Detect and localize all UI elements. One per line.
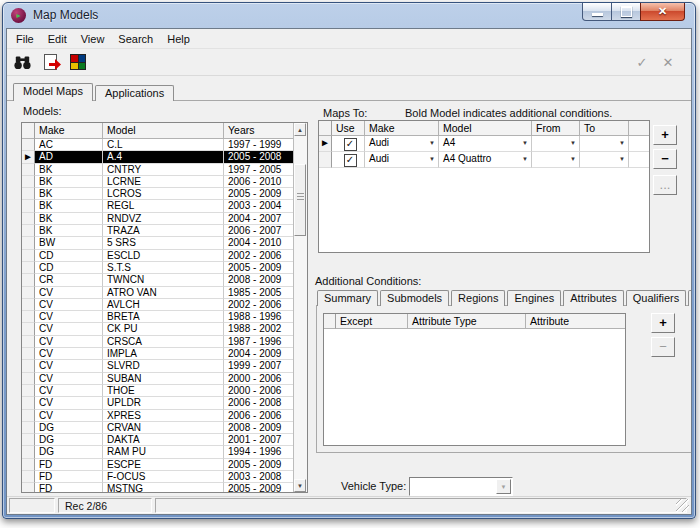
- cell-to-combo[interactable]: ▼: [580, 152, 629, 168]
- table-row[interactable]: ►✓Audi▼A4▼▼▼: [319, 136, 649, 152]
- table-row[interactable]: ►ADA.42005 - 2008: [22, 151, 307, 163]
- table-row[interactable]: CVAVLCH2002 - 2006: [22, 299, 307, 311]
- table-row[interactable]: BKTRAZA2006 - 2007: [22, 225, 307, 237]
- use-checkbox[interactable]: ✓: [344, 154, 357, 167]
- tab-notes[interactable]: Notes: [688, 290, 692, 306]
- vehicle-type-combo[interactable]: ▼: [409, 477, 513, 496]
- column-header-model[interactable]: Model: [439, 121, 532, 136]
- attributes-add-button[interactable]: +: [651, 313, 675, 333]
- column-header-except[interactable]: Except: [336, 314, 408, 329]
- resize-grip[interactable]: [676, 499, 689, 512]
- table-row[interactable]: BKLCRNE2006 - 2010: [22, 176, 307, 188]
- table-row[interactable]: BKCNTRY1997 - 2005: [22, 164, 307, 176]
- table-row[interactable]: DGDAKTA2001 - 2007: [22, 434, 307, 446]
- menu-file[interactable]: File: [9, 31, 41, 47]
- scrollbar-thumb[interactable]: [294, 164, 306, 236]
- use-checkbox[interactable]: ✓: [344, 138, 357, 151]
- table-row[interactable]: CVCRSCA1987 - 1996: [22, 336, 307, 348]
- cell-make: DG: [35, 434, 103, 446]
- column-header-use[interactable]: Use: [332, 121, 365, 136]
- cell-make-combo[interactable]: Audi▼: [365, 152, 439, 168]
- tab-model-maps[interactable]: Model Maps: [13, 83, 93, 101]
- table-row[interactable]: ✓Audi▼A4 Quattro▼▼▼: [319, 152, 649, 168]
- attributes-grid[interactable]: ExceptAttribute TypeAttribute: [323, 313, 626, 446]
- column-header-years[interactable]: Years: [224, 123, 294, 139]
- attributes-remove-button[interactable]: −: [651, 337, 675, 357]
- menu-view[interactable]: View: [74, 31, 112, 47]
- title-bar[interactable]: ▸ Map Models ✕: [3, 3, 695, 28]
- table-row[interactable]: CVCK PU1988 - 2002: [22, 323, 307, 335]
- maximize-button[interactable]: [612, 3, 640, 21]
- tab-qualifiers[interactable]: Qualifiers: [626, 290, 686, 306]
- maps-to-remove-button[interactable]: −: [653, 149, 677, 169]
- close-button[interactable]: ✕: [640, 3, 685, 21]
- table-row[interactable]: CVIMPLA2004 - 2009: [22, 348, 307, 360]
- table-row[interactable]: ACC.L1997 - 1999: [22, 139, 307, 151]
- export-button[interactable]: [40, 52, 60, 72]
- table-row[interactable]: CVTHOE2000 - 2006: [22, 385, 307, 397]
- table-row[interactable]: DGCRVAN2008 - 2009: [22, 422, 307, 434]
- table-row[interactable]: DGRAM PU1994 - 1996: [22, 446, 307, 458]
- table-row[interactable]: BKLCROS2005 - 2009: [22, 188, 307, 200]
- table-row[interactable]: CDESCLD2002 - 2006: [22, 250, 307, 262]
- table-row[interactable]: CVATRO VAN1985 - 2005: [22, 287, 307, 299]
- column-header-attribute-type[interactable]: Attribute Type: [408, 314, 526, 329]
- column-header-from[interactable]: From: [532, 121, 580, 136]
- tab-submodels[interactable]: Submodels: [380, 290, 449, 306]
- find-button[interactable]: [12, 52, 32, 72]
- table-row[interactable]: FDMSTNG2005 - 2009: [22, 483, 307, 493]
- column-header-to[interactable]: To: [580, 121, 629, 136]
- scroll-up-button[interactable]: ▲: [294, 123, 306, 136]
- cell-model-combo[interactable]: A4 Quattro▼: [439, 152, 532, 168]
- tab-applications[interactable]: Applications: [95, 85, 174, 101]
- map-models-button[interactable]: [68, 52, 88, 72]
- vehicle-type-dropdown-button[interactable]: ▼: [496, 479, 511, 494]
- dropdown-icon[interactable]: ▼: [570, 140, 576, 146]
- menu-search[interactable]: Search: [111, 31, 160, 47]
- column-header-make[interactable]: Make: [365, 121, 439, 136]
- models-scrollbar[interactable]: ▲ ▼: [293, 123, 307, 492]
- table-row[interactable]: BKREGL2003 - 2004: [22, 200, 307, 212]
- table-row[interactable]: CVUPLDR2006 - 2008: [22, 397, 307, 409]
- tab-attributes[interactable]: Attributes: [563, 290, 623, 306]
- table-row[interactable]: FDESCPE2005 - 2009: [22, 459, 307, 471]
- table-row[interactable]: FDF-OCUS2003 - 2008: [22, 471, 307, 483]
- column-header-model[interactable]: Model: [103, 123, 224, 139]
- table-row[interactable]: BKRNDVZ2004 - 2007: [22, 213, 307, 225]
- cancel-button[interactable]: ✕: [659, 52, 677, 72]
- table-row[interactable]: CVSUBAN2000 - 2006: [22, 373, 307, 385]
- tab-engines[interactable]: Engines: [507, 290, 561, 306]
- table-row[interactable]: BW5 SRS2004 - 2010: [22, 237, 307, 249]
- table-row[interactable]: CVBRETA1988 - 1996: [22, 311, 307, 323]
- cell-years: 1994 - 1996: [224, 446, 294, 458]
- dropdown-icon[interactable]: ▼: [570, 156, 576, 162]
- column-header-make[interactable]: Make: [35, 123, 103, 139]
- menu-edit[interactable]: Edit: [41, 31, 74, 47]
- menu-help[interactable]: Help: [160, 31, 197, 47]
- tab-regions[interactable]: Regions: [451, 290, 505, 306]
- maps-to-grid[interactable]: UseMakeModelFromTo ►✓Audi▼A4▼▼▼✓Audi▼A4 …: [318, 120, 650, 253]
- scroll-down-button[interactable]: ▼: [294, 479, 306, 492]
- table-row[interactable]: CVSLVRD1999 - 2007: [22, 360, 307, 372]
- table-row[interactable]: CVXPRES2006 - 2006: [22, 410, 307, 422]
- dropdown-icon[interactable]: ▼: [429, 140, 435, 146]
- table-row[interactable]: CRTWNCN2008 - 2009: [22, 274, 307, 286]
- dropdown-icon[interactable]: ▼: [429, 156, 435, 162]
- dropdown-icon[interactable]: ▼: [619, 140, 625, 146]
- maps-to-more-button[interactable]: ...: [653, 175, 677, 195]
- dropdown-icon[interactable]: ▼: [522, 140, 528, 146]
- cell-make-combo[interactable]: Audi▼: [365, 136, 439, 152]
- models-grid[interactable]: MakeModelYears ACC.L1997 - 1999►ADA.4200…: [21, 122, 308, 493]
- cell-to-combo[interactable]: ▼: [580, 136, 629, 152]
- cell-model-combo[interactable]: A4▼: [439, 136, 532, 152]
- dropdown-icon[interactable]: ▼: [619, 156, 625, 162]
- dropdown-icon[interactable]: ▼: [522, 156, 528, 162]
- tab-summary[interactable]: Summary: [317, 290, 378, 306]
- maps-to-add-button[interactable]: +: [653, 125, 677, 145]
- cell-from-combo[interactable]: ▼: [532, 136, 580, 152]
- column-header-attribute[interactable]: Attribute: [526, 314, 625, 329]
- cell-from-combo[interactable]: ▼: [532, 152, 580, 168]
- table-row[interactable]: CDS.T.S2005 - 2009: [22, 262, 307, 274]
- minimize-button[interactable]: [582, 3, 612, 21]
- apply-button[interactable]: ✓: [633, 52, 651, 72]
